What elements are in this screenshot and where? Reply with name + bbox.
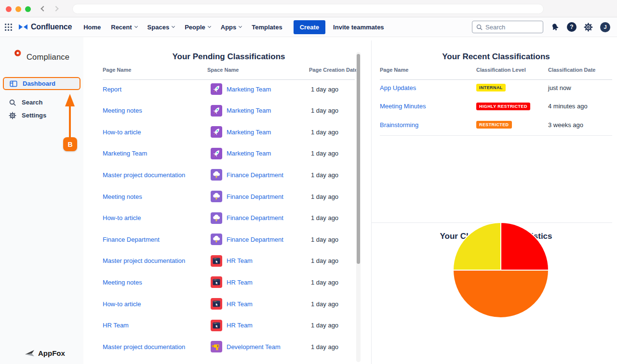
space-icon-rocket bbox=[211, 148, 222, 159]
column-header-page-creation-date: Page Creation Date bbox=[309, 67, 358, 73]
browser-back-button[interactable] bbox=[40, 5, 47, 13]
column-header-classification-date: Classification Date bbox=[548, 67, 595, 73]
space-link[interactable]: HR Team bbox=[227, 322, 253, 329]
chevron-down-icon bbox=[134, 25, 138, 28]
space-link[interactable]: Marketing Team bbox=[227, 86, 271, 93]
classification-level-badge: RESTRICTED bbox=[476, 121, 512, 129]
gear-icon bbox=[9, 112, 16, 119]
invite-teammates-button[interactable]: Invite teammates bbox=[333, 24, 384, 31]
search-input[interactable] bbox=[485, 24, 534, 31]
column-header-classification-level: Classification Level bbox=[476, 67, 526, 73]
search-icon bbox=[476, 24, 483, 30]
chevron-down-icon bbox=[208, 25, 211, 28]
nav-home[interactable]: Home bbox=[83, 24, 101, 31]
page-link[interactable]: Master project documentation bbox=[103, 343, 185, 351]
table-row: How-to articleHR Team1 day ago bbox=[83, 298, 371, 310]
space-icon-rocket bbox=[211, 105, 222, 117]
classification-level-badge: INTERNAL bbox=[476, 84, 506, 91]
browser-forward-button[interactable] bbox=[52, 5, 60, 13]
brand-name: Confluence bbox=[31, 23, 72, 31]
space-link[interactable]: Finance Department bbox=[227, 171, 283, 179]
nav-apps[interactable]: Apps bbox=[221, 24, 242, 31]
space-link[interactable]: Finance Department bbox=[227, 236, 283, 243]
compliance-app-logo: Compliance bbox=[6, 48, 69, 65]
page-creation-date: 1 day ago bbox=[311, 236, 338, 243]
page-link[interactable]: Marketing Team bbox=[103, 150, 147, 157]
page-link[interactable]: Master project documentation bbox=[103, 257, 185, 264]
page-creation-date: 1 day ago bbox=[311, 129, 338, 136]
space-icon-storm bbox=[211, 234, 222, 245]
page-link[interactable]: Finance Department bbox=[103, 236, 160, 243]
notifications-bell-icon[interactable] bbox=[550, 23, 560, 32]
url-bar[interactable] bbox=[72, 4, 544, 14]
space-link[interactable]: Marketing Team bbox=[227, 129, 271, 136]
user-avatar[interactable]: J bbox=[600, 22, 610, 32]
page-creation-date: 1 day ago bbox=[311, 214, 338, 221]
page-link[interactable]: Meeting Minutes bbox=[380, 103, 426, 110]
table-row: Meeting notesFinance Department1 day ago bbox=[83, 191, 371, 202]
space-icon-storm bbox=[211, 212, 222, 224]
pending-classifications-panel: Your Pending Classifications Page Name S… bbox=[83, 37, 371, 364]
space-link[interactable]: Marketing Team bbox=[227, 107, 271, 114]
close-window-button[interactable] bbox=[6, 6, 12, 12]
classification-date: 3 weeks ago bbox=[548, 121, 583, 129]
column-header-page-name: Page Name bbox=[380, 67, 408, 73]
window-controls bbox=[6, 6, 31, 12]
space-icon-window bbox=[211, 298, 222, 310]
space-link[interactable]: Finance Department bbox=[227, 214, 283, 221]
nav-spaces[interactable]: Spaces bbox=[148, 24, 175, 31]
help-icon[interactable]: ? bbox=[567, 22, 577, 32]
pending-panel-title: Your Pending Classifications bbox=[103, 52, 355, 62]
page-link[interactable]: App Updates bbox=[380, 84, 416, 91]
table-row: BrainstormingRESTRICTED3 weeks ago bbox=[371, 119, 617, 130]
zoom-window-button[interactable] bbox=[25, 6, 31, 12]
page-creation-date: 1 day ago bbox=[311, 300, 338, 308]
navbar-right: ? J bbox=[472, 21, 610, 33]
table-row: Meeting MinutesHIGHLY RESTRICTED4 minute… bbox=[371, 101, 617, 112]
space-link[interactable]: HR Team bbox=[227, 300, 253, 308]
page-link[interactable]: Meeting notes bbox=[103, 279, 142, 286]
minimize-window-button[interactable] bbox=[15, 6, 21, 12]
sidebar-item-label: Dashboard bbox=[23, 80, 55, 87]
settings-gear-icon[interactable] bbox=[584, 23, 593, 32]
page-link[interactable]: Meeting notes bbox=[103, 193, 142, 200]
global-search[interactable] bbox=[472, 21, 543, 33]
space-icon-storm bbox=[211, 191, 222, 202]
page-link[interactable]: Meeting notes bbox=[103, 107, 142, 114]
page-link[interactable]: Master project documentation bbox=[103, 171, 185, 179]
nav-recent[interactable]: Recent bbox=[111, 24, 137, 31]
space-icon-storm bbox=[211, 169, 222, 181]
table-row: App UpdatesINTERNALjust now bbox=[371, 82, 617, 93]
page-link[interactable]: How-to article bbox=[103, 214, 141, 221]
space-link[interactable]: HR Team bbox=[227, 279, 253, 286]
table-row: Master project documentationDevelopment … bbox=[83, 341, 371, 352]
nav-templates[interactable]: Templates bbox=[252, 24, 282, 31]
create-button[interactable]: Create bbox=[294, 20, 325, 34]
annotation-arrow-line bbox=[69, 106, 71, 138]
back-icon bbox=[40, 6, 46, 11]
classification-pie-chart bbox=[452, 221, 550, 319]
space-link[interactable]: HR Team bbox=[227, 257, 253, 264]
page-link[interactable]: Brainstorming bbox=[380, 121, 418, 129]
space-link[interactable]: Marketing Team bbox=[227, 150, 271, 157]
page-link[interactable]: HR Team bbox=[103, 322, 129, 329]
space-link[interactable]: Finance Department bbox=[227, 193, 283, 200]
nav-people[interactable]: People bbox=[185, 24, 211, 31]
page-link[interactable]: Report bbox=[103, 86, 121, 93]
table-row: ReportMarketing Team1 day ago bbox=[83, 83, 371, 95]
app-switcher-icon[interactable] bbox=[5, 24, 12, 31]
confluence-logo-icon bbox=[18, 23, 28, 31]
space-icon-window bbox=[211, 276, 222, 288]
table-row: Marketing TeamMarketing Team1 day ago bbox=[83, 148, 371, 159]
key-icon bbox=[6, 48, 23, 65]
space-link[interactable]: Development Team bbox=[227, 343, 281, 351]
recent-classifications-panel: Your Recent Classifications Page Name Cl… bbox=[371, 37, 617, 364]
confluence-home-link[interactable]: Confluence bbox=[18, 23, 72, 31]
sidebar-item-dashboard[interactable]: Dashboard bbox=[3, 77, 80, 90]
fox-icon bbox=[24, 348, 36, 358]
page-creation-date: 1 day ago bbox=[311, 86, 338, 93]
page-creation-date: 1 day ago bbox=[311, 322, 338, 329]
page-link[interactable]: How-to article bbox=[103, 300, 141, 308]
vertical-scrollbar-thumb[interactable] bbox=[357, 54, 360, 264]
page-link[interactable]: How-to article bbox=[103, 129, 141, 136]
